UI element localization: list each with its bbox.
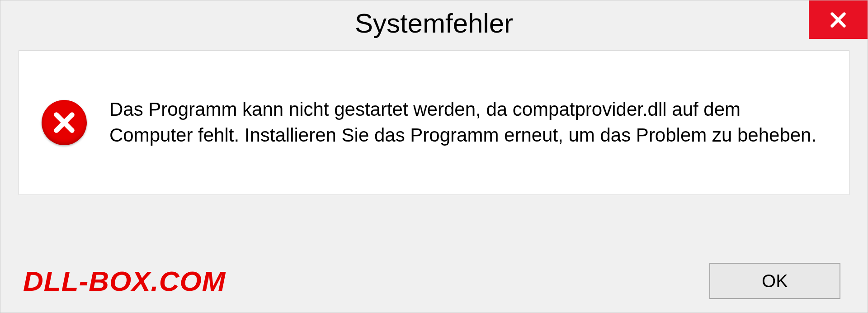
titlebar: Systemfehler — [0, 0, 868, 46]
error-dialog: Systemfehler Das Programm kann nicht ges… — [0, 0, 868, 313]
dialog-footer: DLL-BOX.COM OK — [0, 263, 868, 299]
error-message: Das Programm kann nicht gestartet werden… — [109, 97, 826, 148]
close-button[interactable] — [809, 0, 868, 39]
error-icon — [42, 100, 87, 145]
dialog-title: Systemfehler — [355, 8, 513, 39]
ok-button[interactable]: OK — [709, 263, 840, 299]
content-panel: Das Programm kann nicht gestartet werden… — [19, 50, 849, 195]
close-icon — [829, 11, 847, 29]
watermark-text: DLL-BOX.COM — [23, 265, 226, 297]
